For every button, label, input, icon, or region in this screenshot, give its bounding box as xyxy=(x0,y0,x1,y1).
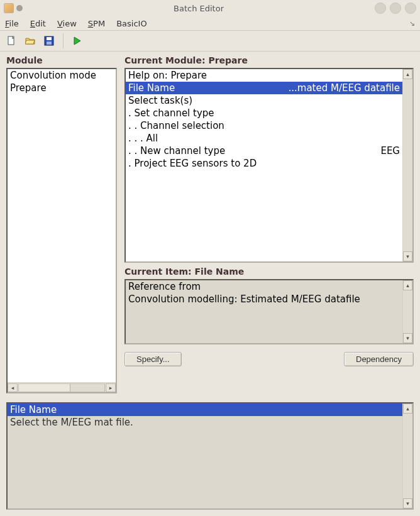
current-module-row[interactable]: . . New channel typeEEG xyxy=(126,145,402,157)
vscroll-up-arrow[interactable]: ▴ xyxy=(403,280,412,290)
current-item-row[interactable]: Convolution modelling: Estimated M/EEG d… xyxy=(126,293,402,305)
module-list-item[interactable]: Prepare xyxy=(8,82,116,94)
vscroll-up-arrow[interactable]: ▴ xyxy=(403,403,412,414)
current-item-vscroll[interactable]: ▴ ▾ xyxy=(402,280,412,343)
current-module-row[interactable]: . . . All xyxy=(126,132,402,145)
maximize-button[interactable] xyxy=(390,3,401,14)
row-left-text: . . Channel selection xyxy=(128,120,224,131)
specify-button[interactable]: Specify... xyxy=(124,352,182,366)
help-body: Select the M/EEG mat file. xyxy=(8,416,412,429)
toolbar-divider xyxy=(63,33,64,48)
main-content: Module Convolution modePrepare ◂ ▸ Curre… xyxy=(0,52,420,516)
current-module-label: Current Module: Prepare xyxy=(124,55,414,67)
vscroll-down-arrow[interactable]: ▾ xyxy=(403,498,412,508)
current-module-vscroll[interactable]: ▴ ▾ xyxy=(402,69,412,261)
module-list-hscroll[interactable]: ◂ ▸ xyxy=(8,382,116,392)
menu-view[interactable]: View xyxy=(57,19,77,28)
current-module-row[interactable]: . Project EEG sensors to 2D xyxy=(126,157,402,170)
module-list-label: Module xyxy=(6,55,117,67)
save-floppy-icon xyxy=(44,36,54,46)
help-vscroll[interactable]: ▴ ▾ xyxy=(402,403,412,508)
run-button[interactable] xyxy=(70,33,85,48)
row-left-text: . Set channel type xyxy=(128,107,214,119)
module-list-item[interactable]: Convolution mode xyxy=(8,69,116,82)
current-item-row[interactable]: Reference from xyxy=(126,280,402,293)
current-module-row[interactable]: Select task(s) xyxy=(126,94,402,107)
run-play-icon xyxy=(72,36,82,46)
vscroll-up-arrow[interactable]: ▴ xyxy=(403,69,412,79)
svg-rect-2 xyxy=(47,37,52,40)
minimize-button[interactable] xyxy=(375,3,386,14)
menu-file[interactable]: File xyxy=(5,19,19,28)
row-right-text: EEG xyxy=(380,145,400,157)
window-title: Batch Editor xyxy=(23,4,375,13)
app-logo xyxy=(4,3,14,13)
current-module-row[interactable]: File Name...mated M/EEG datafile xyxy=(126,82,402,94)
svg-marker-4 xyxy=(74,37,80,45)
menubar-overflow-icon[interactable]: ↘ xyxy=(409,19,415,28)
vscroll-down-arrow[interactable]: ▾ xyxy=(403,333,412,343)
help-title: File Name xyxy=(8,403,412,416)
open-button[interactable] xyxy=(23,33,38,48)
menubar: File Edit View SPM BasicIO ↘ xyxy=(0,16,420,30)
hscroll-left-arrow[interactable]: ◂ xyxy=(8,383,18,392)
toolbar xyxy=(0,30,420,52)
window-titlebar: Batch Editor xyxy=(0,0,420,16)
current-module-row[interactable]: . Set channel type xyxy=(126,107,402,119)
vscroll-down-arrow[interactable]: ▾ xyxy=(403,251,412,261)
current-item-box[interactable]: Reference fromConvolution modelling: Est… xyxy=(124,279,414,344)
save-button[interactable] xyxy=(41,33,57,48)
row-right-text: ...mated M/EEG datafile xyxy=(289,82,400,94)
row-left-text: Help on: Prepare xyxy=(128,70,207,81)
row-left-text: . Project EEG sensors to 2D xyxy=(128,158,257,169)
new-button[interactable] xyxy=(4,33,19,48)
menu-edit[interactable]: Edit xyxy=(30,19,46,28)
current-module-row[interactable]: . . Channel selection xyxy=(126,119,402,132)
row-left-text: . . . All xyxy=(128,133,158,144)
menu-spm[interactable]: SPM xyxy=(88,19,105,28)
window-controls xyxy=(375,3,416,14)
current-item-label: Current Item: File Name xyxy=(124,266,414,278)
close-button[interactable] xyxy=(405,3,416,14)
hscroll-right-arrow[interactable]: ▸ xyxy=(106,383,116,392)
menu-basicio[interactable]: BasicIO xyxy=(116,19,146,28)
row-left-text: Select task(s) xyxy=(128,95,192,106)
dependency-button[interactable]: Dependency xyxy=(344,352,414,366)
row-left-text: File Name xyxy=(128,82,175,94)
titlebar-dot xyxy=(16,5,23,11)
row-left-text: . . New channel type xyxy=(128,145,225,156)
help-box: File Name Select the M/EEG mat file. ▴ ▾ xyxy=(6,402,414,510)
module-listbox[interactable]: Convolution modePrepare ◂ ▸ xyxy=(6,68,117,393)
svg-rect-3 xyxy=(47,41,52,45)
new-doc-icon xyxy=(6,36,16,46)
current-module-row[interactable]: Help on: Prepare xyxy=(126,69,402,82)
current-module-listbox[interactable]: Help on: PrepareFile Name...mated M/EEG … xyxy=(124,68,414,263)
open-folder-icon xyxy=(25,36,35,46)
